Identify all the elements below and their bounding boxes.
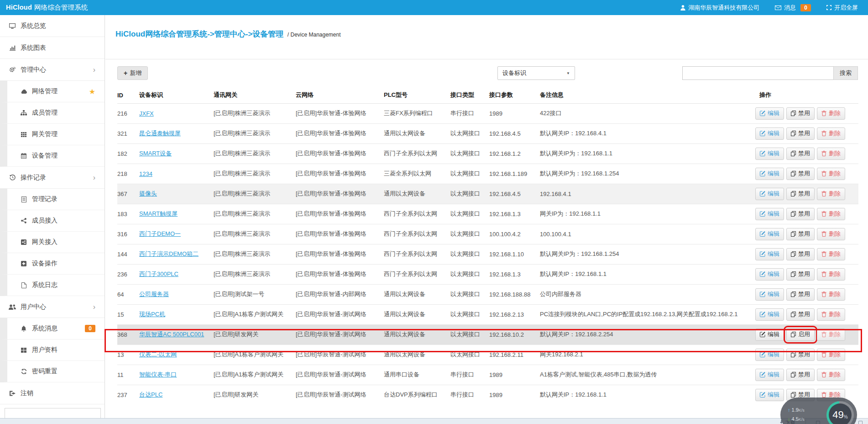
edit-icon [760, 211, 765, 217]
cell-param: 192.168.2.11 [489, 344, 540, 365]
disable-button[interactable]: 禁用 [786, 148, 815, 160]
delete-button[interactable]: 删除 [817, 208, 845, 220]
disable-button[interactable]: 禁用 [786, 107, 815, 120]
sidebar-item-member-mgmt[interactable]: 成员管理 [0, 102, 105, 124]
delete-button[interactable]: 删除 [817, 329, 845, 341]
network-monitor-widget[interactable]: ↑ 1.9K/s ↓ 4.5K/s 49 % [780, 398, 857, 424]
sidebar-item-network-mgmt[interactable]: 网络管理★ [0, 81, 105, 102]
delete-button[interactable]: 删除 [817, 349, 845, 361]
cell-param: 192.168.1.3 [489, 204, 540, 224]
sidebar-item-gateway-mgmt[interactable]: 网关管理 [0, 124, 105, 145]
disable-button-label: 禁用 [798, 290, 810, 298]
delete-button[interactable]: 删除 [817, 268, 845, 281]
device-name-link[interactable]: 智能仪表-串口 [139, 371, 177, 378]
sidebar-item-admin-records[interactable]: 管理记录 [0, 189, 105, 210]
disable-button[interactable]: 禁用 [786, 349, 815, 361]
disable-button[interactable]: 禁用 [786, 168, 815, 180]
cell-gateway: [已启用]测试架一号 [214, 284, 296, 304]
device-name-link[interactable]: 公司服务器 [139, 291, 169, 297]
edit-button[interactable]: 编辑 [755, 188, 784, 200]
disable-button[interactable]: 禁用 [786, 308, 815, 321]
device-name-link[interactable]: 摄像头 [139, 190, 157, 197]
cell-plc: 西门子全系列以太网 [384, 224, 450, 244]
sidebar-item-gateway-access[interactable]: 网关接入 [0, 232, 105, 253]
delete-button[interactable]: 删除 [817, 168, 845, 180]
enable-button[interactable]: 启用 [786, 329, 815, 341]
cell-name: 昆仑通泰触摸屏 [139, 123, 214, 143]
delete-button[interactable]: 删除 [817, 127, 845, 140]
device-name-link[interactable]: 台达PLC [139, 391, 162, 398]
edit-button[interactable]: 编辑 [755, 168, 784, 180]
disable-button[interactable]: 禁用 [786, 208, 815, 220]
add-button[interactable]: +新增 [117, 66, 148, 80]
disable-button[interactable]: 禁用 [786, 127, 815, 140]
sidebar-item-device-operation[interactable]: 设备操作 [0, 253, 105, 275]
sidebar-item-user-profile[interactable]: 用户资料 [0, 339, 105, 361]
edit-button[interactable]: 编辑 [755, 308, 784, 321]
sidebar-item-system-charts[interactable]: 系统图表 [0, 37, 105, 59]
edit-button[interactable]: 编辑 [755, 248, 784, 260]
delete-button[interactable]: 删除 [817, 188, 845, 200]
delete-button[interactable]: 删除 [817, 107, 845, 120]
device-name-link[interactable]: 华辰智通AC 500PLC001 [139, 331, 204, 338]
disable-button[interactable]: 禁用 [786, 188, 815, 200]
filter-select[interactable]: 设备标识 ▼ [497, 66, 575, 80]
delete-button[interactable]: 删除 [817, 228, 845, 240]
breadcrumb-subtitle: / Device Management [288, 32, 341, 38]
app-logo: HiCloud网络综合管理系统 [0, 3, 88, 12]
edit-button[interactable]: 编辑 [755, 228, 784, 240]
sidebar-item-member-access[interactable]: 成员接入 [0, 210, 105, 232]
device-name-link[interactable]: 西门子DEMO一 [139, 230, 181, 237]
edit-button[interactable]: 编辑 [755, 148, 784, 160]
disable-button[interactable]: 禁用 [786, 369, 815, 381]
edit-button[interactable]: 编辑 [755, 349, 784, 361]
device-name-link[interactable]: JXFX [139, 110, 154, 117]
delete-button[interactable]: 删除 [817, 369, 845, 381]
sidebar-item-logout[interactable]: 注销 [0, 382, 105, 404]
delete-button[interactable]: 删除 [817, 248, 845, 260]
edit-button[interactable]: 编辑 [755, 208, 784, 220]
device-name-link[interactable]: SMART触摸屏 [139, 210, 178, 217]
device-name-link[interactable]: 仪表二-以太网 [139, 351, 177, 358]
device-name-link[interactable]: SMART设备 [139, 150, 172, 157]
disable-button[interactable]: 禁用 [786, 248, 815, 260]
delete-button[interactable]: 删除 [817, 288, 845, 301]
sidebar-item-label: 网关管理 [32, 130, 58, 138]
device-name-link[interactable]: 西门子300PLC [139, 270, 178, 277]
edit-button[interactable]: 编辑 [755, 369, 784, 381]
delete-button[interactable]: 删除 [817, 148, 845, 160]
device-name-link[interactable]: 西门子演示DEMO箱二 [139, 250, 199, 257]
disable-button[interactable]: 禁用 [786, 228, 815, 240]
edit-button[interactable]: 编辑 [755, 268, 784, 281]
sidebar-item-system-overview[interactable]: 系统总览 [0, 15, 105, 37]
search-input[interactable] [682, 66, 833, 80]
disable-button[interactable]: 禁用 [786, 288, 815, 301]
edit-button[interactable]: 编辑 [755, 329, 784, 341]
edit-button[interactable]: 编辑 [755, 389, 784, 401]
sidebar-item-user-center[interactable]: 用户中心› [0, 296, 105, 318]
cell-cloud: [已启用]华辰智通-测试网络 [296, 304, 384, 324]
search-button[interactable]: 搜索 [833, 66, 858, 80]
fullscreen-button[interactable]: 开启全屏 [826, 4, 858, 12]
delete-button[interactable]: 删除 [817, 308, 845, 321]
device-name-link[interactable]: 昆仑通泰触摸屏 [139, 130, 181, 137]
tray-icon[interactable] [858, 421, 863, 424]
disable-button[interactable]: 禁用 [786, 268, 815, 281]
delete-button-label: 删除 [829, 190, 841, 198]
edit-button[interactable]: 编辑 [755, 107, 784, 120]
edit-button[interactable]: 编辑 [755, 127, 784, 140]
sidebar-item-password-reset[interactable]: 密码重置 [0, 361, 105, 382]
cell-iface: 以太网接口 [450, 304, 489, 324]
edit-button[interactable]: 编辑 [755, 288, 784, 301]
sidebar-item-admin-center[interactable]: 管理中心› [0, 59, 105, 81]
sidebar-item-system-messages[interactable]: 系统消息0 [0, 318, 105, 339]
device-name-link[interactable]: 现场PC机 [139, 311, 165, 318]
device-name-link[interactable]: 1234 [139, 170, 152, 177]
cell-iface: 以太网接口 [450, 284, 489, 304]
sidebar-item-device-mgmt[interactable]: 设备管理 [0, 145, 105, 167]
company-menu[interactable]: 湖南华辰智通科技有限公司 [680, 4, 759, 12]
sidebar-item-operation-logs[interactable]: 操作记录› [0, 167, 105, 189]
cell-actions: 编辑禁用删除 [753, 304, 858, 324]
sidebar-item-system-logs[interactable]: 系统日志 [0, 275, 105, 296]
messages-menu[interactable]: 消息 0 [775, 4, 811, 12]
